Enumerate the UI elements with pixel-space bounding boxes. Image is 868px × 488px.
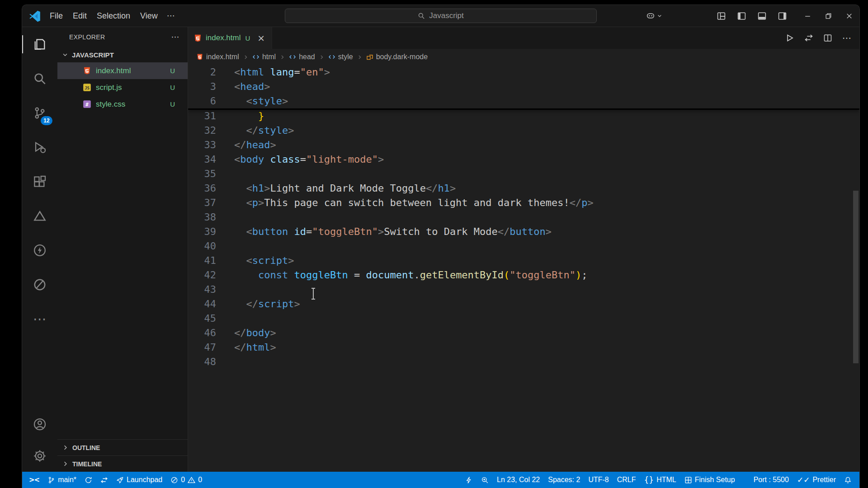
activity-run-and-debug[interactable]	[22, 130, 57, 164]
status-live-server-port[interactable]: Port : 5500	[739, 472, 793, 488]
copilot-button[interactable]	[646, 11, 662, 20]
menu-file[interactable]: File	[45, 9, 68, 23]
status-prettier[interactable]: ✓✓Prettier	[793, 472, 840, 488]
split-editor-button[interactable]	[823, 33, 832, 42]
status-thunder[interactable]	[461, 472, 477, 488]
activity-additional-views[interactable]: ⋯	[22, 302, 57, 336]
breadcrumb-index.html[interactable]: index.html	[196, 53, 239, 61]
status-eol[interactable]: CRLF	[613, 472, 640, 488]
code-line-40: 40	[188, 239, 859, 253]
line-content: </script>	[216, 297, 300, 311]
breadcrumb-label: html	[262, 53, 276, 61]
views-more-icon[interactable]: ⋯	[171, 33, 179, 41]
activity-extension-prism[interactable]	[22, 199, 57, 233]
status-remote-indicator[interactable]: ><	[25, 472, 43, 488]
activity-search[interactable]	[22, 61, 57, 96]
status-label: Port : 5500	[754, 476, 789, 484]
scrollbar-thumb[interactable]	[853, 191, 859, 363]
status-zoom[interactable]	[477, 472, 493, 488]
triangle-icon	[33, 209, 47, 223]
toggle-secondary-sidebar-button[interactable]	[778, 11, 787, 21]
status-encoding[interactable]: UTF-8	[584, 472, 613, 488]
status-language-mode[interactable]: {}HTML	[640, 472, 680, 488]
panel-timeline[interactable]: TIMELINE	[57, 455, 188, 472]
activity-source-control[interactable]: 12	[22, 96, 57, 130]
breadcrumb-html[interactable]: html	[252, 53, 276, 61]
line-number: 6	[188, 94, 216, 108]
activity-extension-live[interactable]	[22, 267, 57, 302]
breadcrumbs: index.htmlhtmlheadstylebody.dark-mode	[188, 49, 859, 65]
close-button[interactable]	[839, 5, 859, 27]
panel-outline[interactable]: OUTLINE	[57, 439, 188, 455]
warning-icon	[188, 476, 195, 484]
search-text: Javascript	[429, 11, 464, 20]
file-list: index.htmlUJSscript.jsU#style.cssU	[57, 62, 188, 113]
code-line-46: 46</body>	[188, 326, 859, 340]
tab-index-html[interactable]: index.html U ×	[188, 27, 272, 49]
open-changes-button[interactable]	[804, 33, 813, 42]
breadcrumb-head[interactable]: head	[289, 53, 315, 61]
line-number: 46	[188, 326, 216, 340]
close-window-icon	[845, 12, 853, 20]
copilot-icon	[646, 11, 655, 20]
run-button[interactable]	[785, 33, 794, 42]
error-circle-icon	[170, 476, 178, 484]
symbol-tag-icon	[289, 53, 296, 61]
status-git-branch[interactable]: main*	[43, 472, 80, 488]
code-line-45: 45	[188, 311, 859, 326]
code-line-44: 44 </script>	[188, 297, 859, 311]
toggle-primary-sidebar-button[interactable]	[737, 11, 746, 21]
tab-close-icon[interactable]: ×	[257, 33, 266, 43]
status-git-sync[interactable]	[80, 472, 96, 488]
line-number: 45	[188, 311, 216, 326]
code-line-41: 41 <script>	[188, 253, 859, 268]
sticky-scroll: 2<html lang="en">3<head>6 <style>	[188, 65, 859, 110]
status-compare[interactable]	[96, 472, 112, 488]
breadcrumb-style[interactable]: style	[328, 53, 353, 61]
search-icon	[418, 12, 425, 19]
customize-layout-button[interactable]	[717, 11, 726, 21]
chevron-right-icon	[62, 460, 69, 467]
command-center-search[interactable]: Javascript	[285, 9, 597, 23]
file-style.css[interactable]: #style.cssU	[57, 96, 188, 113]
status-finish-setup[interactable]: Finish Setup	[680, 472, 739, 488]
toggle-panel-button[interactable]	[757, 11, 767, 21]
line-content	[216, 355, 234, 369]
menu-edit[interactable]: Edit	[68, 9, 92, 23]
line-number: 48	[188, 355, 216, 369]
status-label: Finish Setup	[695, 476, 735, 484]
menu-selection[interactable]: Selection	[92, 9, 135, 23]
restore-button[interactable]	[818, 5, 839, 27]
code-editor[interactable]: 31 }32 </style>33</head>34<body class="l…	[188, 65, 859, 472]
status-launchpad[interactable]: Launchpad	[112, 472, 166, 488]
menu-view[interactable]: View	[135, 9, 163, 23]
status-bar: ><main*Launchpad00 Ln 23, Col 22Spaces: …	[22, 472, 859, 488]
breadcrumb-body.dark-mode[interactable]: body.dark-mode	[366, 53, 428, 61]
line-content: <button id="toggleBtn">Switch to Dark Mo…	[216, 225, 552, 239]
line-number: 32	[188, 123, 216, 138]
status-label: Launchpad	[127, 476, 162, 484]
title-bar: FileEditSelectionView ⋯ Javascript	[22, 5, 859, 27]
status-label: Prettier	[812, 476, 836, 484]
activity-extensions[interactable]	[22, 164, 57, 199]
activity-explorer[interactable]	[22, 27, 57, 61]
file-index.html[interactable]: index.htmlU	[57, 62, 188, 79]
activity-accounts[interactable]	[22, 408, 57, 440]
status-problems[interactable]: 00	[166, 472, 206, 488]
breadcrumb-separator-icon	[357, 54, 363, 60]
status-cursor-position[interactable]: Ln 23, Col 22	[493, 472, 544, 488]
status-notifications[interactable]	[840, 472, 856, 488]
menu-more-button[interactable]: ⋯	[163, 9, 179, 23]
status-indentation[interactable]: Spaces: 2	[544, 472, 584, 488]
file-script.js[interactable]: JSscript.jsU	[57, 79, 188, 96]
line-content	[216, 239, 234, 253]
minimize-button[interactable]	[797, 5, 818, 27]
workbench: 12⋯ EXPLORER ⋯ JAVASCRIPT index.htmlUJSs…	[22, 27, 859, 472]
folder-javascript[interactable]: JAVASCRIPT	[57, 47, 188, 62]
more-actions-button[interactable]: ⋯	[842, 33, 851, 42]
activity-manage[interactable]	[22, 440, 57, 472]
code-line-39: 39 <button id="toggleBtn">Switch to Dark…	[188, 225, 859, 239]
line-number: 31	[188, 109, 216, 123]
vscode-logo	[28, 9, 41, 22]
activity-extension-thunder-client[interactable]	[22, 233, 57, 267]
